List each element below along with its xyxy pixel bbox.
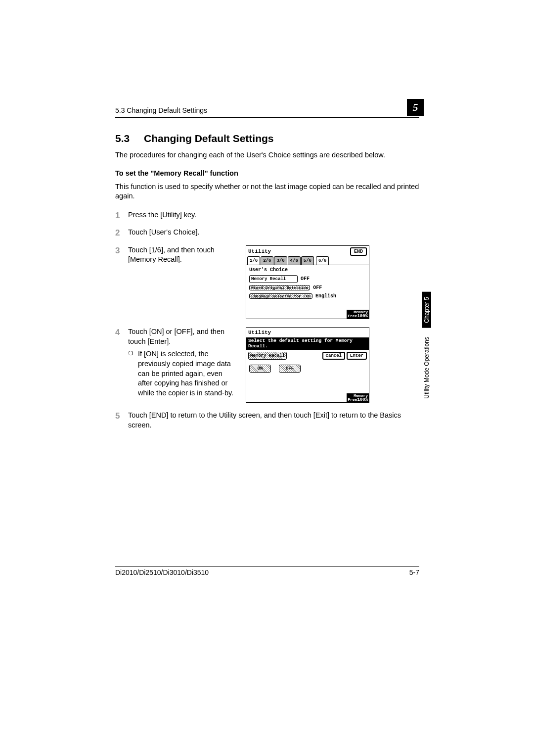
step-4: 4 Touch [ON] or [OFF], and then touch [E… (115, 327, 419, 403)
lcd-on-button[interactable]: ON (249, 365, 271, 373)
page-content: 5.3 Changing Default Settings 5.3Changin… (115, 106, 419, 438)
lcd-tab-3[interactable]: 3/6 (274, 256, 287, 265)
section-number: 5.3 (115, 133, 144, 144)
lcd-tab-1[interactable]: 1/6 (247, 256, 260, 265)
step-text: Press the [Utility] key. (128, 211, 196, 219)
lcd-screenshot-users-choice: Utility END 1/6 2/6 3/6 4/6 5/6 6/6 User… (246, 245, 369, 319)
running-head: 5.3 Changing Default Settings (115, 106, 419, 114)
lcd-end-button[interactable]: END (350, 247, 367, 256)
lcd-button-memory-recall[interactable]: Memory Recall (249, 275, 298, 283)
lcd-title: Utility (248, 329, 271, 336)
subsection-heading: To set the "Memory Recall" function (115, 169, 419, 177)
lcd-memory-status: Memory Free100% (246, 374, 369, 402)
step-2: 2 Touch [User's Choice]. (115, 228, 419, 237)
lcd-tab-2[interactable]: 2/6 (261, 256, 273, 265)
step-text: Touch [1/6], and then touch [Memory Reca… (128, 245, 237, 265)
lcd-enter-button[interactable]: Enter (347, 352, 367, 360)
side-tab-title: Utility Mode Operations (422, 332, 431, 404)
header-rule (115, 117, 419, 118)
lcd-value: OFF (301, 276, 310, 283)
lcd-cancel-button[interactable]: Cancel (322, 352, 345, 360)
step-number: 2 (115, 228, 120, 239)
side-tab: Chapter 5 Utility Mode Operations (422, 292, 432, 405)
lcd-subtitle: User's Choice (246, 265, 369, 275)
step-sub-bullet: If [ON] is selected, the previously copi… (128, 349, 237, 398)
step-5: 5 Touch [END] to return to the Utility s… (115, 411, 419, 430)
steps-list: 1 Press the [Utility] key. 2 Touch [User… (115, 210, 419, 430)
step-number: 1 (115, 210, 120, 222)
lcd-tabs: 1/6 2/6 3/6 4/6 5/6 6/6 (246, 256, 369, 265)
step-1: 1 Press the [Utility] key. (115, 210, 419, 220)
lcd-tab-5[interactable]: 5/6 (301, 256, 314, 265)
lcd-tab-6[interactable]: 6/6 (316, 256, 329, 265)
lcd-label-memory-recall: Memory Recall (248, 352, 287, 360)
section-heading: 5.3Changing Default Settings (115, 133, 419, 144)
step-text: Touch [User's Choice]. (128, 228, 200, 236)
step-number: 5 (115, 411, 120, 422)
lcd-tab-4[interactable]: 4/6 (288, 256, 301, 265)
lcd-screenshot-memory-recall: Utility Select the default setting for M… (246, 327, 369, 403)
step-number: 4 (115, 327, 120, 338)
section-intro: The procedures for changing each of the … (115, 150, 419, 160)
step-number: 3 (115, 245, 120, 257)
lcd-title: Utility (248, 248, 271, 255)
lcd-button-language[interactable]: Language Selected for LCD (249, 293, 312, 299)
page-footer: Di2010/Di2510/Di3010/Di3510 5-7 (115, 566, 419, 576)
side-tab-chapter: Chapter 5 (422, 292, 431, 328)
footer-right: 5-7 (409, 568, 419, 576)
step-text: Touch [END] to return to the Utility scr… (128, 411, 401, 429)
footer-left: Di2010/Di2510/Di3010/Di3510 (115, 568, 209, 576)
section-title: Changing Default Settings (144, 133, 274, 144)
lcd-off-button[interactable]: OFF (279, 365, 301, 373)
step-text: Touch [ON] or [OFF], and then touch [Ent… (128, 327, 237, 346)
step-3: 3 Touch [1/6], and then touch [Memory Re… (115, 245, 419, 319)
subsection-intro: This function is used to specify whether… (115, 182, 419, 201)
lcd-message: Select the default setting for Memory Re… (246, 337, 369, 350)
lcd-button-mixed-original[interactable]: Mixed Original Detection (249, 285, 310, 290)
lcd-memory-status: Memory Free100% (246, 301, 369, 319)
lcd-value: OFF (313, 284, 322, 291)
lcd-value: English (315, 293, 336, 300)
